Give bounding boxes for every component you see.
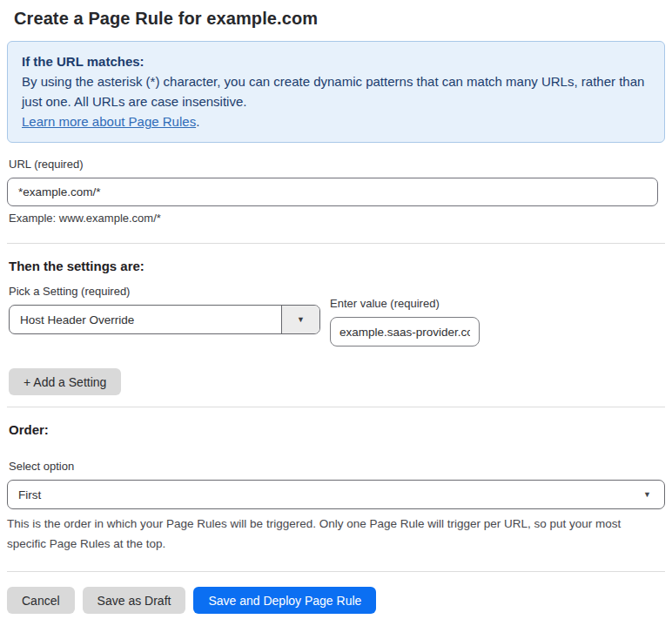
info-box-heading: If the URL matches: <box>22 51 650 71</box>
divider <box>7 243 665 244</box>
cancel-button[interactable]: Cancel <box>7 587 75 614</box>
info-box-link-line: Learn more about Page Rules. <box>22 111 650 131</box>
divider <box>7 407 665 407</box>
info-box-body: By using the asterisk (*) character, you… <box>22 71 650 111</box>
save-and-deploy-button[interactable]: Save and Deploy Page Rule <box>193 587 376 614</box>
settings-row: Pick a Setting (required) Host Header Ov… <box>9 285 672 347</box>
order-select-value: First <box>8 488 41 501</box>
add-setting-button[interactable]: + Add a Setting <box>9 368 121 395</box>
page-title: Create a Page Rule for example.com <box>14 9 658 29</box>
order-section-heading: Order: <box>9 422 672 437</box>
order-select-label: Select option <box>9 460 672 473</box>
chevron-down-icon: ▼ <box>643 490 664 499</box>
setting-picker-label: Pick a Setting (required) <box>9 285 320 298</box>
setting-value-label: Enter value (required) <box>330 297 480 310</box>
form-actions: Cancel Save as Draft Save and Deploy Pag… <box>7 587 672 614</box>
create-page-rule-form: Create a Page Rule for example.com If th… <box>0 9 672 614</box>
settings-section-heading: Then the settings are: <box>9 259 672 273</box>
setting-value-column: Enter value (required) <box>330 297 480 347</box>
save-as-draft-button[interactable]: Save as Draft <box>83 587 186 614</box>
url-field-label: URL (required) <box>9 158 672 171</box>
setting-picker-select[interactable]: Host Header Override ▼ <box>9 305 320 334</box>
url-input[interactable] <box>7 178 658 206</box>
link-suffix: . <box>196 114 199 129</box>
setting-picker-value: Host Header Override <box>10 313 281 326</box>
setting-value-input[interactable] <box>330 317 480 347</box>
learn-more-link[interactable]: Learn more about Page Rules <box>22 114 196 129</box>
url-match-info-box: If the URL matches: By using the asteris… <box>7 41 665 143</box>
order-help-text: This is the order in which your Page Rul… <box>7 514 662 554</box>
order-select[interactable]: First ▼ <box>7 480 665 509</box>
url-example-text: Example: www.example.com/* <box>9 212 672 225</box>
divider <box>7 571 665 572</box>
chevron-down-icon[interactable]: ▼ <box>281 306 319 333</box>
setting-picker-column: Pick a Setting (required) Host Header Ov… <box>9 285 320 334</box>
